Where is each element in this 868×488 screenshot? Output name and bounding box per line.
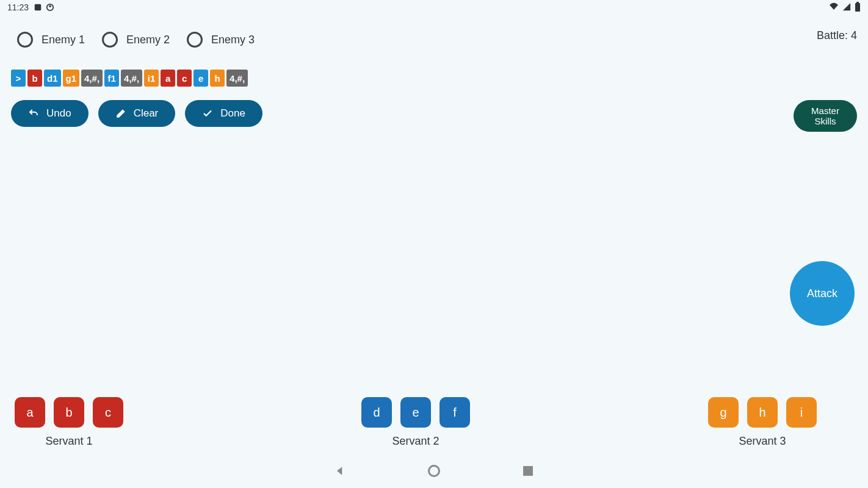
profile-icon: [46, 3, 54, 12]
square-icon: [523, 466, 533, 476]
wifi-icon: [829, 2, 839, 13]
done-label: Done: [220, 107, 245, 120]
seq-chip[interactable]: 4,#,: [226, 70, 248, 87]
enemy-label: Enemy 2: [126, 34, 170, 46]
master-skills-line2: Skills: [814, 116, 836, 126]
action-buttons-row: Undo Clear Done: [11, 100, 262, 127]
circle-icon: [428, 465, 440, 477]
seq-chip[interactable]: e: [193, 70, 208, 87]
app-icon: [34, 3, 42, 12]
seq-chip[interactable]: b: [27, 70, 42, 87]
battle-label: Battle:: [817, 29, 848, 41]
seq-chip[interactable]: 4,#,: [121, 70, 142, 87]
clear-icon: [115, 108, 126, 119]
attack-label: Attack: [807, 287, 837, 300]
servants-row: a b c Servant 1 d e f Servant 2 g h i Se…: [0, 397, 868, 448]
servant-group-2: d e f Servant 2: [361, 397, 470, 448]
svg-rect-3: [856, 2, 859, 3]
servant-1-label: Servant 1: [45, 435, 92, 448]
enemy-label: Enemy 1: [42, 34, 85, 46]
seq-chip[interactable]: i1: [144, 70, 159, 87]
done-button[interactable]: Done: [185, 100, 262, 127]
enemy-radio-1[interactable]: Enemy 1: [17, 32, 85, 48]
undo-button[interactable]: Undo: [11, 100, 89, 127]
check-icon: [202, 108, 213, 119]
nav-home-button[interactable]: [427, 464, 441, 478]
signal-icon: [842, 2, 851, 13]
servant-2-label: Servant 2: [392, 435, 439, 448]
master-skills-button[interactable]: Master Skills: [794, 100, 857, 132]
battle-value: 4: [851, 29, 857, 41]
skill-e-button[interactable]: e: [400, 397, 431, 428]
enemy-label: Enemy 3: [211, 34, 255, 46]
seq-chip[interactable]: d1: [44, 70, 61, 87]
nav-recents-button[interactable]: [521, 464, 535, 478]
svg-point-2: [49, 5, 51, 8]
system-nav-bar: [0, 454, 868, 488]
skill-a-button[interactable]: a: [15, 397, 45, 428]
seq-chip[interactable]: >: [11, 70, 26, 87]
seq-chip[interactable]: 4,#,: [81, 70, 103, 87]
servant-3-label: Servant 3: [739, 435, 786, 448]
master-skills-line1: Master: [811, 106, 839, 116]
enemy-radio-3[interactable]: Enemy 3: [187, 32, 255, 48]
servant-group-3: g h i Servant 3: [708, 397, 817, 448]
radio-icon: [102, 32, 118, 48]
status-bar: 11:23: [0, 0, 868, 15]
seq-chip[interactable]: a: [161, 70, 175, 87]
skill-d-button[interactable]: d: [361, 397, 392, 428]
radio-icon: [17, 32, 33, 48]
skill-i-button[interactable]: i: [786, 397, 817, 428]
radio-icon: [187, 32, 203, 48]
enemy-selector-row: Enemy 1 Enemy 2 Enemy 3: [17, 32, 255, 48]
skill-g-button[interactable]: g: [708, 397, 739, 428]
servant-1-skills: a b c: [15, 397, 123, 428]
battery-icon: [855, 2, 861, 13]
battle-counter: Battle: 4: [817, 29, 857, 42]
skill-b-button[interactable]: b: [54, 397, 84, 428]
skill-c-button[interactable]: c: [93, 397, 123, 428]
enemy-radio-2[interactable]: Enemy 2: [102, 32, 170, 48]
seq-chip[interactable]: g1: [63, 70, 80, 87]
svg-rect-4: [855, 3, 860, 12]
servant-group-1: a b c Servant 1: [15, 397, 123, 448]
status-time: 11:23: [7, 2, 29, 12]
skill-f-button[interactable]: f: [439, 397, 470, 428]
clear-button[interactable]: Clear: [98, 100, 176, 127]
servant-3-skills: g h i: [708, 397, 817, 428]
seq-chip[interactable]: f1: [104, 70, 119, 87]
skill-h-button[interactable]: h: [747, 397, 778, 428]
svg-rect-0: [35, 4, 42, 11]
undo-label: Undo: [46, 107, 71, 120]
servant-2-skills: d e f: [361, 397, 470, 428]
clear-label: Clear: [134, 107, 159, 120]
status-right: [829, 2, 861, 13]
nav-back-button[interactable]: [333, 464, 347, 478]
undo-icon: [28, 108, 39, 119]
skill-sequence-strip: > b d1 g1 4,#, f1 4,#, i1 a c e h 4,#,: [11, 70, 248, 87]
seq-chip[interactable]: h: [210, 70, 225, 87]
attack-button[interactable]: Attack: [790, 261, 855, 326]
seq-chip[interactable]: c: [177, 70, 192, 87]
